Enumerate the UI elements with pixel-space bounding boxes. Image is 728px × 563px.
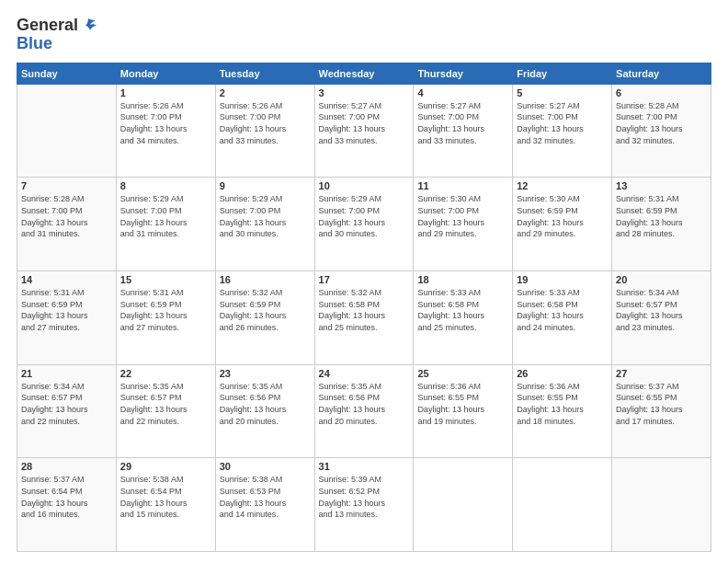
calendar-cell: 10Sunrise: 5:29 AM Sunset: 7:00 PM Dayli… bbox=[314, 178, 414, 271]
day-number: 1 bbox=[120, 87, 211, 98]
calendar-cell: 8Sunrise: 5:29 AM Sunset: 7:00 PM Daylig… bbox=[116, 178, 215, 271]
day-info: Sunrise: 5:35 AM Sunset: 6:56 PM Dayligh… bbox=[319, 381, 410, 427]
calendar-cell: 4Sunrise: 5:27 AM Sunset: 7:00 PM Daylig… bbox=[414, 84, 513, 178]
weekday-header-thursday: Thursday bbox=[414, 63, 513, 84]
day-info: Sunrise: 5:26 AM Sunset: 7:00 PM Dayligh… bbox=[120, 100, 211, 146]
week-row-4: 21Sunrise: 5:34 AM Sunset: 6:57 PM Dayli… bbox=[17, 364, 711, 458]
day-info: Sunrise: 5:37 AM Sunset: 6:54 PM Dayligh… bbox=[21, 474, 112, 520]
day-number: 13 bbox=[616, 180, 707, 191]
calendar-cell: 12Sunrise: 5:30 AM Sunset: 6:59 PM Dayli… bbox=[513, 178, 612, 271]
logo-blue: Blue bbox=[17, 35, 98, 53]
day-info: Sunrise: 5:32 AM Sunset: 6:58 PM Dayligh… bbox=[319, 287, 410, 333]
calendar-cell: 27Sunrise: 5:37 AM Sunset: 6:55 PM Dayli… bbox=[612, 364, 711, 458]
day-number: 28 bbox=[21, 461, 112, 472]
day-info: Sunrise: 5:34 AM Sunset: 6:57 PM Dayligh… bbox=[616, 287, 707, 333]
calendar-cell: 15Sunrise: 5:31 AM Sunset: 6:59 PM Dayli… bbox=[116, 271, 215, 365]
calendar-cell: 28Sunrise: 5:37 AM Sunset: 6:54 PM Dayli… bbox=[17, 458, 117, 552]
day-info: Sunrise: 5:33 AM Sunset: 6:58 PM Dayligh… bbox=[517, 287, 608, 333]
calendar-cell: 19Sunrise: 5:33 AM Sunset: 6:58 PM Dayli… bbox=[513, 271, 612, 365]
day-number: 3 bbox=[319, 87, 410, 98]
calendar-cell bbox=[17, 84, 117, 178]
calendar-cell: 17Sunrise: 5:32 AM Sunset: 6:58 PM Dayli… bbox=[314, 271, 414, 365]
calendar-cell: 21Sunrise: 5:34 AM Sunset: 6:57 PM Dayli… bbox=[17, 364, 117, 458]
day-info: Sunrise: 5:28 AM Sunset: 7:00 PM Dayligh… bbox=[616, 100, 707, 146]
day-info: Sunrise: 5:35 AM Sunset: 6:56 PM Dayligh… bbox=[220, 381, 311, 427]
day-number: 30 bbox=[220, 461, 311, 472]
calendar-cell: 25Sunrise: 5:36 AM Sunset: 6:55 PM Dayli… bbox=[414, 364, 513, 458]
day-number: 22 bbox=[120, 368, 211, 379]
calendar-cell bbox=[414, 458, 513, 552]
page: General Blue SundayMondayTuesdayWednesda… bbox=[0, 0, 728, 563]
day-number: 24 bbox=[319, 368, 410, 379]
day-number: 25 bbox=[417, 368, 508, 379]
day-number: 2 bbox=[220, 87, 311, 98]
week-row-5: 28Sunrise: 5:37 AM Sunset: 6:54 PM Dayli… bbox=[17, 458, 711, 552]
weekday-header-sunday: Sunday bbox=[17, 63, 117, 84]
week-row-2: 7Sunrise: 5:28 AM Sunset: 7:00 PM Daylig… bbox=[17, 178, 711, 271]
day-info: Sunrise: 5:38 AM Sunset: 6:54 PM Dayligh… bbox=[120, 474, 211, 520]
calendar-cell: 20Sunrise: 5:34 AM Sunset: 6:57 PM Dayli… bbox=[612, 271, 711, 365]
calendar-cell: 5Sunrise: 5:27 AM Sunset: 7:00 PM Daylig… bbox=[513, 84, 612, 178]
logo-block: General Blue bbox=[17, 17, 98, 53]
weekday-header-saturday: Saturday bbox=[612, 63, 711, 84]
calendar-cell: 30Sunrise: 5:38 AM Sunset: 6:53 PM Dayli… bbox=[215, 458, 314, 552]
calendar-cell: 9Sunrise: 5:29 AM Sunset: 7:00 PM Daylig… bbox=[215, 178, 314, 271]
day-info: Sunrise: 5:32 AM Sunset: 6:59 PM Dayligh… bbox=[220, 287, 311, 333]
calendar-cell: 1Sunrise: 5:26 AM Sunset: 7:00 PM Daylig… bbox=[116, 84, 215, 178]
day-number: 14 bbox=[21, 274, 112, 285]
calendar-cell: 13Sunrise: 5:31 AM Sunset: 6:59 PM Dayli… bbox=[612, 178, 711, 271]
day-number: 12 bbox=[517, 180, 608, 191]
day-info: Sunrise: 5:31 AM Sunset: 6:59 PM Dayligh… bbox=[120, 287, 211, 333]
calendar-cell: 11Sunrise: 5:30 AM Sunset: 7:00 PM Dayli… bbox=[414, 178, 513, 271]
calendar-cell: 18Sunrise: 5:33 AM Sunset: 6:58 PM Dayli… bbox=[414, 271, 513, 365]
calendar-cell: 29Sunrise: 5:38 AM Sunset: 6:54 PM Dayli… bbox=[116, 458, 215, 552]
week-row-3: 14Sunrise: 5:31 AM Sunset: 6:59 PM Dayli… bbox=[17, 271, 711, 365]
logo: General Blue bbox=[17, 17, 98, 53]
day-number: 17 bbox=[319, 274, 410, 285]
day-info: Sunrise: 5:35 AM Sunset: 6:57 PM Dayligh… bbox=[120, 381, 211, 427]
day-info: Sunrise: 5:36 AM Sunset: 6:55 PM Dayligh… bbox=[417, 381, 508, 427]
day-number: 15 bbox=[120, 274, 211, 285]
calendar-cell: 6Sunrise: 5:28 AM Sunset: 7:00 PM Daylig… bbox=[612, 84, 711, 178]
header: General Blue bbox=[17, 17, 711, 53]
day-number: 10 bbox=[319, 180, 410, 191]
day-info: Sunrise: 5:29 AM Sunset: 7:00 PM Dayligh… bbox=[220, 193, 311, 239]
day-info: Sunrise: 5:27 AM Sunset: 7:00 PM Dayligh… bbox=[319, 100, 410, 146]
day-info: Sunrise: 5:39 AM Sunset: 6:52 PM Dayligh… bbox=[319, 474, 410, 520]
weekday-header-monday: Monday bbox=[116, 63, 215, 84]
calendar-table: SundayMondayTuesdayWednesdayThursdayFrid… bbox=[17, 63, 711, 552]
day-info: Sunrise: 5:34 AM Sunset: 6:57 PM Dayligh… bbox=[21, 381, 112, 427]
day-number: 9 bbox=[220, 180, 311, 191]
day-number: 27 bbox=[616, 368, 707, 379]
day-info: Sunrise: 5:26 AM Sunset: 7:00 PM Dayligh… bbox=[220, 100, 311, 146]
calendar-cell: 2Sunrise: 5:26 AM Sunset: 7:00 PM Daylig… bbox=[215, 84, 314, 178]
logo-bird-icon bbox=[79, 17, 97, 35]
day-info: Sunrise: 5:27 AM Sunset: 7:00 PM Dayligh… bbox=[417, 100, 508, 146]
logo-general: General bbox=[17, 17, 78, 35]
weekday-header-row: SundayMondayTuesdayWednesdayThursdayFrid… bbox=[17, 63, 711, 84]
calendar-cell: 16Sunrise: 5:32 AM Sunset: 6:59 PM Dayli… bbox=[215, 271, 314, 365]
day-info: Sunrise: 5:29 AM Sunset: 7:00 PM Dayligh… bbox=[120, 193, 211, 239]
calendar-cell: 23Sunrise: 5:35 AM Sunset: 6:56 PM Dayli… bbox=[215, 364, 314, 458]
weekday-header-tuesday: Tuesday bbox=[215, 63, 314, 84]
week-row-1: 1Sunrise: 5:26 AM Sunset: 7:00 PM Daylig… bbox=[17, 84, 711, 178]
day-info: Sunrise: 5:29 AM Sunset: 7:00 PM Dayligh… bbox=[319, 193, 410, 239]
day-info: Sunrise: 5:38 AM Sunset: 6:53 PM Dayligh… bbox=[220, 474, 311, 520]
day-info: Sunrise: 5:28 AM Sunset: 7:00 PM Dayligh… bbox=[21, 193, 112, 239]
day-number: 19 bbox=[517, 274, 608, 285]
day-info: Sunrise: 5:31 AM Sunset: 6:59 PM Dayligh… bbox=[21, 287, 112, 333]
day-number: 29 bbox=[120, 461, 211, 472]
day-info: Sunrise: 5:33 AM Sunset: 6:58 PM Dayligh… bbox=[417, 287, 508, 333]
day-info: Sunrise: 5:37 AM Sunset: 6:55 PM Dayligh… bbox=[616, 381, 707, 427]
calendar-cell: 22Sunrise: 5:35 AM Sunset: 6:57 PM Dayli… bbox=[116, 364, 215, 458]
day-number: 11 bbox=[417, 180, 508, 191]
day-number: 20 bbox=[616, 274, 707, 285]
day-number: 26 bbox=[517, 368, 608, 379]
calendar-cell: 24Sunrise: 5:35 AM Sunset: 6:56 PM Dayli… bbox=[314, 364, 414, 458]
day-info: Sunrise: 5:36 AM Sunset: 6:55 PM Dayligh… bbox=[517, 381, 608, 427]
weekday-header-friday: Friday bbox=[513, 63, 612, 84]
day-number: 16 bbox=[220, 274, 311, 285]
calendar-cell: 31Sunrise: 5:39 AM Sunset: 6:52 PM Dayli… bbox=[314, 458, 414, 552]
day-number: 7 bbox=[21, 180, 112, 191]
day-number: 23 bbox=[220, 368, 311, 379]
